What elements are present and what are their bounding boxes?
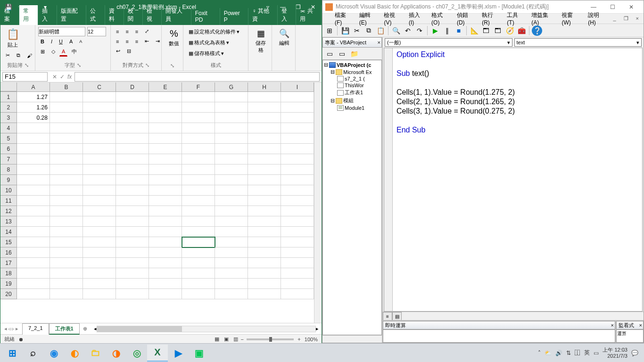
macro-record-icon[interactable]: ⏺ <box>18 337 24 342</box>
dialog-launcher-icon[interactable]: ⤡ <box>145 62 149 68</box>
sheet-nav-icon[interactable]: ◃ <box>8 326 11 332</box>
signin-tab[interactable]: 登入 <box>278 5 296 25</box>
cell-E9[interactable] <box>149 175 182 185</box>
network-icon[interactable]: ⇅ <box>566 350 571 356</box>
cell-D7[interactable] <box>116 154 149 165</box>
italic-button[interactable]: I <box>49 37 55 46</box>
line-icon[interactable]: ▣ <box>189 345 209 362</box>
cell-B17[interactable] <box>50 258 83 268</box>
horizontal-scrollbar[interactable] <box>97 326 316 332</box>
wrap-text-icon[interactable]: ↩ <box>114 47 123 56</box>
close-icon[interactable]: × <box>639 322 642 328</box>
font-name-select[interactable] <box>38 27 85 36</box>
cell-A10[interactable] <box>17 185 50 196</box>
fill-color-icon[interactable]: ◇ <box>49 47 58 56</box>
toggle-folders-icon[interactable]: 📁 <box>349 49 359 59</box>
tree-project-root[interactable]: ⊟VBAProject (c <box>324 61 380 68</box>
row-header-9[interactable]: 9 <box>0 175 17 185</box>
cell-G9[interactable] <box>215 175 248 185</box>
cell-F13[interactable] <box>182 216 215 227</box>
cell-E3[interactable] <box>149 113 182 123</box>
paste-button[interactable]: 📋 貼上 <box>3 27 22 51</box>
cell-I8[interactable] <box>281 165 314 175</box>
column-header-H[interactable]: H <box>248 82 281 91</box>
cell-F12[interactable] <box>182 206 215 216</box>
cell-H15[interactable] <box>248 237 281 247</box>
format-painter-icon[interactable]: 🖌 <box>25 51 34 60</box>
cell-H13[interactable] <box>248 216 281 227</box>
firefox-dev-icon[interactable]: ◐ <box>64 345 85 362</box>
name-box[interactable] <box>2 72 48 82</box>
sheet-nav-icon[interactable]: ◂ <box>4 326 7 332</box>
menu-item[interactable]: 檢視(V) <box>381 10 405 27</box>
ribbon-tab-Foxit PD[interactable]: Foxit PD <box>191 8 220 25</box>
cell-F5[interactable] <box>182 133 215 144</box>
column-header-G[interactable]: G <box>215 82 248 91</box>
cell-D2[interactable] <box>116 102 149 113</box>
tellme-tab[interactable]: ♀ 其他資 <box>248 5 278 25</box>
cell-H18[interactable] <box>248 268 281 279</box>
close-icon[interactable]: × <box>611 322 614 328</box>
cell-C7[interactable] <box>83 154 116 165</box>
cell-B12[interactable] <box>50 206 83 216</box>
cell-A6[interactable] <box>17 144 50 154</box>
cell-A3[interactable]: 0.28 <box>17 113 50 123</box>
cell-I5[interactable] <box>281 133 314 144</box>
cell-D20[interactable] <box>116 289 149 299</box>
menu-item[interactable]: 檔案(F) <box>332 10 355 27</box>
cell-E5[interactable] <box>149 133 182 144</box>
sheet-nav-icon[interactable]: ▸ <box>16 326 18 332</box>
cell-I18[interactable] <box>281 268 314 279</box>
cell-F15[interactable] <box>182 237 215 247</box>
row-header-16[interactable]: 16 <box>0 247 17 258</box>
cell-A9[interactable] <box>17 175 50 185</box>
cell-B7[interactable] <box>50 154 83 165</box>
add-sheet-button[interactable]: ⊕ <box>80 326 91 332</box>
menu-item[interactable]: 說明(H) <box>585 10 609 27</box>
ribbon-tab-開發人員[interactable]: 開發人員 <box>162 5 191 25</box>
menu-item[interactable]: 視窗(W) <box>559 10 584 27</box>
mdi-minimize-icon[interactable]: _ <box>610 15 619 23</box>
cell-I6[interactable] <box>281 144 314 154</box>
number-format-button[interactable]: % 數值 <box>165 27 183 55</box>
cell-E1[interactable] <box>149 92 182 102</box>
menu-item[interactable]: 偵錯(D) <box>454 10 478 27</box>
cell-F8[interactable] <box>182 165 215 175</box>
cell-I2[interactable] <box>281 102 314 113</box>
cell-C20[interactable] <box>83 289 116 299</box>
paste-icon[interactable]: 📋 <box>375 25 386 36</box>
cell-F14[interactable] <box>182 227 215 237</box>
fx-icon[interactable]: fx <box>67 74 72 80</box>
align-right-icon[interactable]: ≡ <box>133 37 140 46</box>
align-top-icon[interactable]: ≡ <box>114 27 121 36</box>
dialog-launcher-icon[interactable]: ⤡ <box>25 62 29 68</box>
code-hscroll[interactable] <box>402 312 644 320</box>
volume-icon[interactable]: 🔊 <box>555 350 562 356</box>
browser-icon[interactable]: 🧭 <box>504 25 515 36</box>
cell-G15[interactable] <box>215 237 248 247</box>
cell-G8[interactable] <box>215 165 248 175</box>
toolbox-icon[interactable]: 🧰 <box>516 25 527 36</box>
cell-B3[interactable] <box>50 113 83 123</box>
cell-H17[interactable] <box>248 258 281 268</box>
cell-B19[interactable] <box>50 279 83 289</box>
ribbon-tab-Power P[interactable]: Power P <box>220 8 248 25</box>
view-code-icon[interactable]: ▭ <box>324 49 335 59</box>
align-center-icon[interactable]: ≡ <box>123 37 131 46</box>
cell-A2[interactable]: 1.26 <box>17 102 50 113</box>
column-header-E[interactable]: E <box>149 82 182 91</box>
formula-bar[interactable] <box>74 72 320 82</box>
cell-B9[interactable] <box>50 175 83 185</box>
row-header-10[interactable]: 10 <box>0 185 17 196</box>
redo-icon[interactable]: ↷ <box>414 25 425 36</box>
cell-B5[interactable] <box>50 133 83 144</box>
cell-D3[interactable] <box>116 113 149 123</box>
tree-modules-folder[interactable]: ⊟模組 <box>324 97 380 105</box>
copy-icon[interactable]: ⧉ <box>363 25 374 36</box>
cell-A8[interactable] <box>17 165 50 175</box>
view-object-icon[interactable]: ▭ <box>337 49 347 59</box>
cell-I13[interactable] <box>281 216 314 227</box>
cell-D8[interactable] <box>116 165 149 175</box>
cell-G16[interactable] <box>215 247 248 258</box>
ribbon-tab-常用[interactable]: 常用 <box>19 5 38 25</box>
